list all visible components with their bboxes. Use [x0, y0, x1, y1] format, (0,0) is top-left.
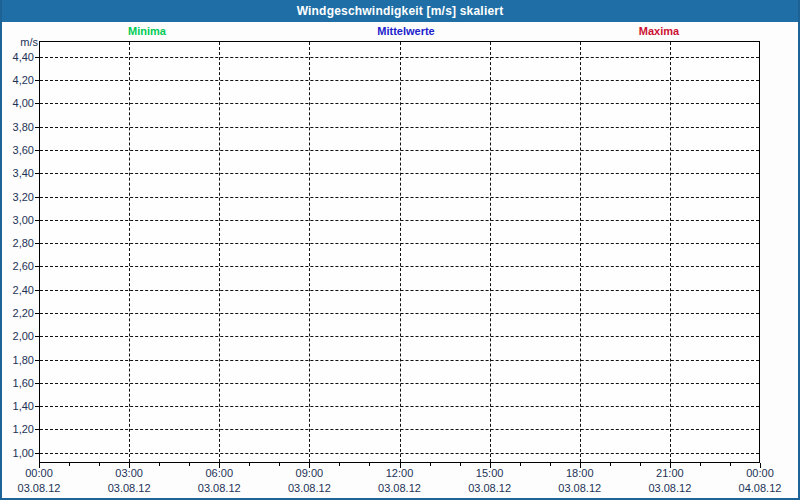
y-tick — [35, 266, 39, 267]
y-tick — [35, 406, 39, 407]
x-tick-minor — [159, 463, 160, 466]
legend-item-minima: Minima — [128, 25, 166, 37]
x-tick-time-label: 21:00 — [638, 467, 702, 479]
x-tick-date-label: 03.08.12 — [187, 482, 251, 494]
y-tick — [35, 336, 39, 337]
y-tick-label: 4,00 — [2, 97, 34, 109]
x-tick-minor — [610, 463, 611, 466]
x-tick-date-label: 03.08.12 — [97, 482, 161, 494]
x-tick-minor — [520, 463, 521, 466]
y-tick — [35, 80, 39, 81]
y-tick-label: 3,20 — [2, 191, 34, 203]
x-gridline — [400, 42, 401, 462]
y-tick-label: 2,20 — [2, 307, 34, 319]
y-tick-label: 1,60 — [2, 377, 34, 389]
y-tick-label: 1,00 — [2, 447, 34, 459]
x-tick-date-label: 03.08.12 — [368, 482, 432, 494]
x-tick-minor — [249, 463, 250, 466]
y-tick — [35, 429, 39, 430]
x-tick-date-label: 04.08.12 — [728, 482, 792, 494]
y-tick — [35, 173, 39, 174]
window-title: Windgeschwindigkeit [m/s] skaliert — [297, 4, 504, 18]
y-tick — [35, 360, 39, 361]
x-tick-date-label: 03.08.12 — [7, 482, 71, 494]
x-tick-minor — [189, 463, 190, 466]
chart-content: Minima Mittelwerte Maxima m/s 1,001,201,… — [2, 22, 798, 498]
x-gridline — [490, 42, 491, 462]
x-gridline — [309, 42, 310, 462]
y-tick — [35, 290, 39, 291]
y-tick — [35, 383, 39, 384]
y-tick-label: 3,80 — [2, 121, 34, 133]
x-gridline — [670, 42, 671, 462]
x-tick-minor — [700, 463, 701, 466]
x-tick-date-label: 03.08.12 — [638, 482, 702, 494]
y-tick — [35, 313, 39, 314]
y-axis-unit-label: m/s — [2, 36, 38, 48]
y-tick — [35, 220, 39, 221]
y-tick-label: 4,20 — [2, 74, 34, 86]
x-tick-time-label: 12:00 — [368, 467, 432, 479]
x-tick-time-label: 15:00 — [458, 467, 522, 479]
x-tick-minor — [279, 463, 280, 466]
y-tick-label: 3,00 — [2, 214, 34, 226]
chart-window: Windgeschwindigkeit [m/s] skaliert Minim… — [0, 0, 800, 500]
x-tick-time-label: 09:00 — [277, 467, 341, 479]
x-tick-minor — [369, 463, 370, 466]
y-tick — [35, 127, 39, 128]
y-tick-label: 3,40 — [2, 167, 34, 179]
x-gridline — [129, 42, 130, 462]
y-tick-label: 2,80 — [2, 237, 34, 249]
x-tick-time-label: 18:00 — [548, 467, 612, 479]
y-tick — [35, 103, 39, 104]
x-tick-minor — [730, 463, 731, 466]
y-tick — [35, 243, 39, 244]
y-tick-label: 1,40 — [2, 400, 34, 412]
x-gridline — [219, 42, 220, 462]
y-tick — [35, 57, 39, 58]
x-tick-time-label: 00:00 — [7, 467, 71, 479]
x-tick-date-label: 03.08.12 — [458, 482, 522, 494]
x-tick-date-label: 03.08.12 — [548, 482, 612, 494]
x-tick-minor — [339, 463, 340, 466]
x-tick-minor — [430, 463, 431, 466]
y-tick-label: 2,60 — [2, 260, 34, 272]
x-gridline — [580, 42, 581, 462]
y-tick-label: 2,00 — [2, 330, 34, 342]
y-tick — [35, 197, 39, 198]
x-tick-minor — [460, 463, 461, 466]
y-tick — [35, 150, 39, 151]
x-tick-minor — [99, 463, 100, 466]
window-titlebar: Windgeschwindigkeit [m/s] skaliert — [2, 0, 798, 22]
y-tick — [35, 453, 39, 454]
x-tick-time-label: 03:00 — [97, 467, 161, 479]
y-tick-label: 1,80 — [2, 354, 34, 366]
legend-item-maxima: Maxima — [639, 25, 679, 37]
y-tick-label: 1,20 — [2, 423, 34, 435]
x-tick-date-label: 03.08.12 — [277, 482, 341, 494]
x-tick-minor — [550, 463, 551, 466]
y-tick-label: 2,40 — [2, 284, 34, 296]
y-tick-label: 4,40 — [2, 51, 34, 63]
y-tick-label: 3,60 — [2, 144, 34, 156]
legend-item-mittelwerte: Mittelwerte — [377, 25, 434, 37]
x-tick-minor — [640, 463, 641, 466]
x-tick-time-label: 00:00 — [728, 467, 792, 479]
x-tick-minor — [69, 463, 70, 466]
x-tick-time-label: 06:00 — [187, 467, 251, 479]
